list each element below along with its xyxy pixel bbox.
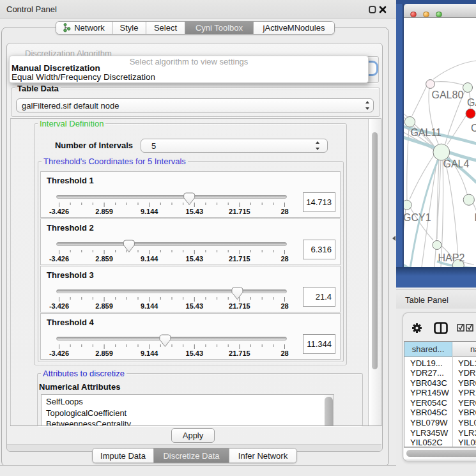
svg-text:GAL11: GAL11 [410, 127, 441, 138]
svg-text:CY: CY [471, 123, 476, 134]
svg-text:HAP2: HAP2 [438, 252, 465, 263]
svg-text:GA: GA [467, 97, 476, 108]
svg-text:GAL80: GAL80 [432, 89, 464, 100]
svg-text:GAL4: GAL4 [443, 158, 470, 169]
svg-text:GCY1: GCY1 [404, 212, 431, 223]
